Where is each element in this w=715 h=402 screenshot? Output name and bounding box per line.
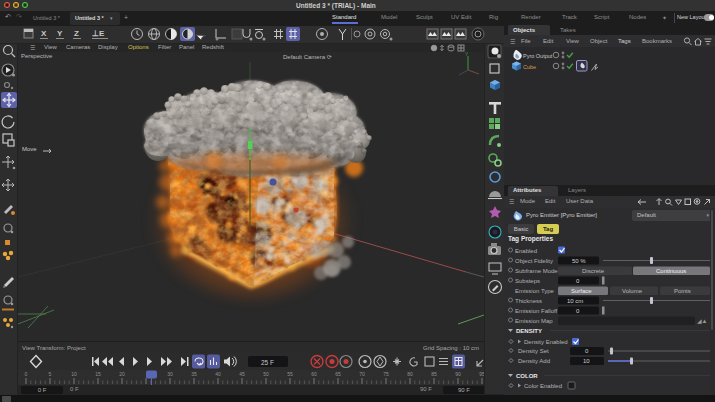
svg-text:Object Fidelity: Object Fidelity <box>515 258 553 264</box>
svg-text:Surface: Surface <box>571 288 592 294</box>
svg-text:55: 55 <box>287 371 293 377</box>
svg-text:25 F: 25 F <box>261 359 274 366</box>
svg-text:65: 65 <box>335 371 341 377</box>
svg-text:Enabled: Enabled <box>515 248 537 254</box>
svg-text:40: 40 <box>215 371 221 377</box>
svg-text:Points: Points <box>674 288 691 294</box>
svg-text:Emission Falloff: Emission Falloff <box>515 308 558 314</box>
svg-text:85: 85 <box>431 371 437 377</box>
svg-text:10: 10 <box>71 371 77 377</box>
svg-text:80: 80 <box>407 371 413 377</box>
svg-text:0: 0 <box>25 371 28 377</box>
svg-text:Z: Z <box>74 29 79 38</box>
svg-text:Subframe Mode: Subframe Mode <box>515 268 558 274</box>
svg-text:Volume: Volume <box>622 288 643 294</box>
svg-text:Substeps: Substeps <box>515 278 540 284</box>
svg-text:Discrete: Discrete <box>582 268 605 274</box>
svg-text:10 cm: 10 cm <box>567 298 583 304</box>
svg-text:Pyro Output: Pyro Output <box>523 53 553 59</box>
svg-text:Color Enabled: Color Enabled <box>524 383 562 389</box>
svg-text:Density Set: Density Set <box>518 348 549 354</box>
svg-text:⊥E: ⊥E <box>92 29 105 38</box>
svg-text:Continuous: Continuous <box>656 268 686 274</box>
svg-text:Cube: Cube <box>523 64 536 70</box>
svg-text:20: 20 <box>119 371 125 377</box>
svg-text:70: 70 <box>359 371 365 377</box>
svg-text:50: 50 <box>263 371 269 377</box>
svg-text:◢▲: ◢▲ <box>697 318 708 324</box>
svg-text:COLOR: COLOR <box>516 373 538 379</box>
svg-text:Y: Y <box>57 29 63 38</box>
svg-text:Thickness: Thickness <box>515 298 542 304</box>
svg-text:35: 35 <box>191 371 197 377</box>
svg-text:Emission Type: Emission Type <box>515 288 555 294</box>
svg-text:Y: Y <box>465 52 469 57</box>
svg-text:90: 90 <box>455 371 461 377</box>
svg-text:5: 5 <box>49 371 52 377</box>
svg-text:15: 15 <box>95 371 101 377</box>
svg-text:DENSITY: DENSITY <box>516 328 542 334</box>
svg-text:50 %: 50 % <box>572 258 586 264</box>
svg-text:10: 10 <box>583 358 590 364</box>
svg-text:Density Enabled: Density Enabled <box>524 339 568 345</box>
svg-text:45: 45 <box>239 371 245 377</box>
svg-text:30: 30 <box>167 371 173 377</box>
svg-text:60: 60 <box>311 371 317 377</box>
svg-text:X: X <box>41 29 47 38</box>
svg-text:Density Add: Density Add <box>518 358 550 364</box>
svg-text:75: 75 <box>383 371 389 377</box>
svg-text:Emission Map: Emission Map <box>515 318 553 324</box>
